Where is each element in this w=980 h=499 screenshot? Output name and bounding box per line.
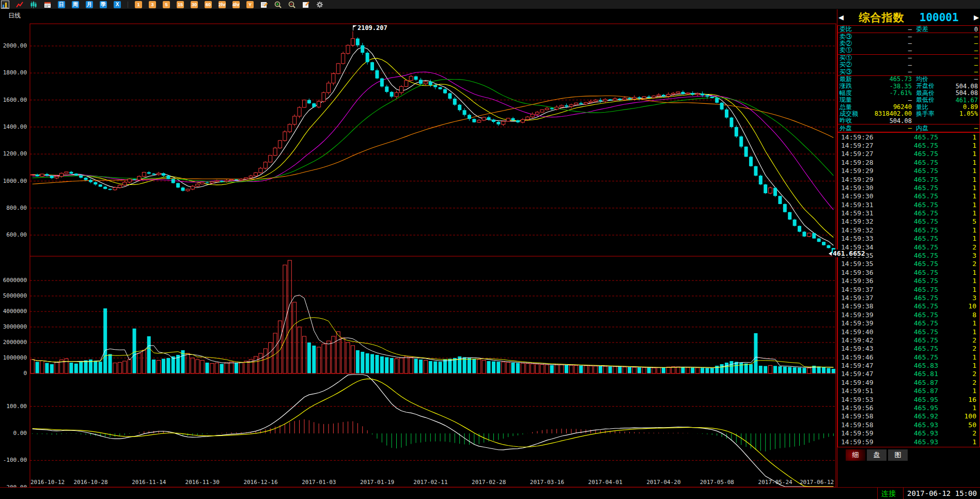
tick-time: 14:59:36 <box>841 277 881 285</box>
next-symbol-arrow[interactable]: ▶ <box>974 13 979 21</box>
prev-symbol-arrow[interactable]: ◀ <box>838 13 844 21</box>
price-axis-label: 600.00 <box>0 231 27 238</box>
volume-axis-label: 4000000 <box>0 308 27 315</box>
macd-pane <box>33 375 834 487</box>
price-axis-label: 1000.00 <box>0 178 27 184</box>
tick-volume: 2 <box>938 429 976 437</box>
period-week-button[interactable]: 周 <box>72 1 79 8</box>
quote-value: — <box>866 33 912 40</box>
x-axis-date: 2017-02-28 <box>472 479 506 486</box>
notes-button[interactable] <box>260 1 268 8</box>
quote-label: 委差 <box>912 25 948 34</box>
tick-time: 14:59:47 <box>841 370 881 378</box>
tick-time: 14:59:29 <box>841 176 881 183</box>
edit-button[interactable] <box>302 1 309 8</box>
period-year-button[interactable]: Y <box>246 1 254 8</box>
tick-chart-button[interactable] <box>30 1 37 8</box>
tick-volume: 1 <box>938 159 976 166</box>
tick-price: 465.75 <box>881 243 938 251</box>
period-5min-button[interactable]: 5 <box>163 1 170 8</box>
tick-time: 14:59:38 <box>841 302 881 310</box>
period-4hr-button[interactable]: 4hr <box>232 1 240 8</box>
period-30min-button[interactable]: 30 <box>191 1 198 8</box>
tick-volume: 16 <box>938 396 976 403</box>
tick-volume: 8 <box>938 311 976 319</box>
time-sales-list[interactable]: 14:59:26465.75114:59:27465.75114:59:2746… <box>837 132 980 447</box>
tick-time: 14:59:28 <box>841 159 881 166</box>
tick-row: 14:59:43465.752 <box>838 345 979 353</box>
tick-time: 14:59:26 <box>841 133 881 141</box>
volume-axis-label: 1000000 <box>0 354 27 361</box>
status-bar: 连接 2017-06-12 15:00 <box>0 487 980 499</box>
quote-row: 委比—委差0 <box>838 26 979 33</box>
tick-row: 14:59:56465.951 <box>838 403 979 412</box>
tick-volume: 1 <box>938 404 976 412</box>
tick-row: 14:59:29465.751 <box>838 175 979 183</box>
quote-value: — <box>866 68 912 75</box>
x-axis-date: 2017-01-19 <box>360 479 394 486</box>
quote-row: 昨收504.08 <box>838 117 979 124</box>
tick-row: 14:59:59465.931 <box>838 438 979 446</box>
panel-tab-3[interactable]: 图 <box>888 449 908 461</box>
tick-volume: 1 <box>938 150 976 158</box>
tick-volume: 50 <box>938 421 976 429</box>
chart-type-column-button[interactable] <box>1 1 9 9</box>
tick-price: 465.75 <box>881 142 938 149</box>
quote-value: — <box>948 68 978 75</box>
quote-value: — <box>866 97 912 104</box>
zoom-out-button[interactable] <box>288 1 295 8</box>
tick-row: 14:59:30465.751 <box>838 192 979 200</box>
calendar-icon <box>44 1 51 8</box>
period-3min-button[interactable]: 3 <box>149 1 156 8</box>
panel-tabs: 细盘图 <box>837 447 980 462</box>
quote-value: 96240 <box>866 103 912 111</box>
column-chart-icon <box>2 1 9 8</box>
calendar-button[interactable] <box>44 1 51 8</box>
quote-row: 卖①—— <box>838 47 979 54</box>
notepad-icon <box>260 1 268 8</box>
tick-row: 14:59:31465.751 <box>838 209 979 217</box>
tick-time: 14:59:37 <box>841 286 881 293</box>
panel-tab-1[interactable]: 细 <box>846 449 865 461</box>
period-quarter-button[interactable]: 季 <box>100 1 107 8</box>
tick-row: 14:59:32465.751 <box>838 226 979 234</box>
period-day-button[interactable]: 日 <box>58 1 65 8</box>
x-axis-date: 2017-03-16 <box>530 479 564 486</box>
chart-area[interactable]: 日线 2000.001800.001600.001400.001200.0010… <box>0 9 837 487</box>
price-chart[interactable] <box>0 9 837 487</box>
tick-volume: 1 <box>938 201 976 209</box>
period-60min-button[interactable]: 60 <box>205 1 212 8</box>
tick-row: 14:59:49465.872 <box>838 378 979 386</box>
period-month-button[interactable]: 月 <box>86 1 93 8</box>
period-15min-button[interactable]: 15 <box>177 1 184 8</box>
connection-status[interactable]: 连接 <box>881 489 896 498</box>
period-x-button[interactable]: X <box>114 1 121 8</box>
zoom-in-button[interactable] <box>274 1 282 8</box>
period-2hr-button[interactable]: 2hr <box>219 1 226 8</box>
panel-tab-2[interactable]: 盘 <box>867 449 886 461</box>
symbol-code: 100001 <box>920 11 959 24</box>
trend-line-button[interactable] <box>16 1 23 8</box>
peak-flag-icon <box>353 25 357 27</box>
candlesticks <box>30 31 835 254</box>
tick-price: 465.75 <box>881 294 938 302</box>
period-1min-button[interactable]: 1 <box>135 1 142 8</box>
tick-time: 14:59:35 <box>841 260 881 268</box>
volume-bars <box>30 260 835 373</box>
quote-value: 504.08 <box>866 117 912 124</box>
toolbar: 日周月季X1351530602hr4hrY <box>0 0 980 9</box>
price-axis-label: 1800.00 <box>0 69 27 76</box>
quote-rows: 委比—委差0卖③——卖②——卖①——买①——买②——买③——最新465.73均价… <box>837 25 980 132</box>
settings-button[interactable] <box>316 1 323 8</box>
peak-price-annotation: 2109.207 <box>357 24 387 32</box>
price-axis-label: 1400.00 <box>0 123 27 130</box>
x-axis-date: 2017-01-03 <box>302 479 336 486</box>
tick-volume: 1 <box>938 269 976 276</box>
tick-row: 14:59:30465.751 <box>838 183 979 192</box>
tick-price: 465.75 <box>881 201 938 209</box>
last-price-arrow-icon <box>829 252 832 256</box>
tick-row: 14:59:27465.751 <box>838 150 979 158</box>
quote-value: — <box>948 54 978 61</box>
volume-axis-label: 0 <box>0 370 27 377</box>
tick-row: 14:59:27465.751 <box>838 141 979 149</box>
